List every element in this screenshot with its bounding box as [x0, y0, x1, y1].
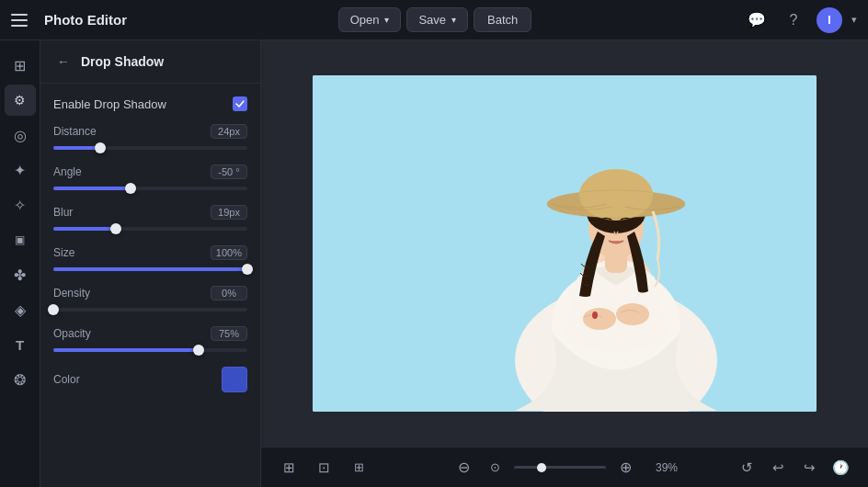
distance-label: Distance — [53, 125, 97, 138]
blur-slider-thumb[interactable] — [110, 223, 121, 234]
zoom-slider-thumb[interactable] — [537, 463, 546, 472]
stamp-icon: ❂ — [14, 371, 26, 389]
sidebar-item-effects[interactable]: ◈ — [5, 294, 36, 325]
magic-icon: ✧ — [14, 197, 26, 214]
canvas-image — [313, 75, 817, 412]
layers-icon: ⊞ — [14, 57, 26, 74]
angle-slider-thumb[interactable] — [125, 183, 136, 194]
open-chevron-icon: ▾ — [384, 15, 389, 25]
chat-icon-btn[interactable]: 💬 — [743, 6, 771, 34]
sidebar-item-eye[interactable]: ◎ — [5, 119, 36, 151]
blur-slider-track[interactable] — [53, 227, 247, 231]
density-value[interactable]: 0% — [211, 286, 247, 300]
objects-icon: ✤ — [14, 266, 26, 284]
canvas-area: ⊞ ⊡ ⊞ ⊖ ⊙ ⊕ — [261, 40, 868, 487]
redo-icon-btn[interactable]: ↪ — [796, 455, 822, 481]
color-row: Color — [53, 367, 247, 392]
open-button[interactable]: Open ▾ — [338, 7, 402, 32]
blur-slider-header: Blur 19px — [53, 205, 247, 220]
adjust-icon: ⚙ — [14, 93, 26, 108]
zoom-in-button[interactable]: ⊕ — [613, 456, 637, 480]
save-button[interactable]: Save ▾ — [406, 7, 468, 32]
svg-point-9 — [579, 169, 653, 221]
undo-icon: ↩ — [772, 459, 784, 476]
distance-slider-header: Distance 24px — [53, 124, 247, 139]
zoom-in-icon: ⊕ — [620, 459, 632, 476]
enable-drop-shadow-checkbox[interactable] — [233, 96, 247, 111]
topbar: Photo Editor Open ▾ Save ▾ Batch 💬 ? I ▾ — [0, 0, 868, 40]
avatar-chevron-icon[interactable]: ▾ — [851, 14, 857, 26]
panel-title: Drop Shadow — [81, 54, 164, 69]
bottombar: ⊞ ⊡ ⊞ ⊖ ⊙ ⊕ — [261, 447, 868, 487]
crop-icon-btn[interactable]: ⊡ — [311, 455, 337, 481]
sidebar-item-layers[interactable]: ⊞ — [5, 50, 36, 81]
topbar-center: Open ▾ Save ▾ Batch — [138, 7, 732, 32]
batch-button[interactable]: Batch — [474, 7, 531, 32]
zoom-pin-button[interactable]: ⊙ — [483, 456, 507, 480]
size-slider-fill — [53, 267, 247, 271]
sidebar-item-text[interactable]: T — [5, 329, 36, 360]
history-icon: 🕐 — [832, 459, 850, 476]
back-button[interactable]: ← — [53, 51, 74, 72]
sidebar-item-stamp[interactable]: ❂ — [5, 364, 36, 395]
size-slider-track[interactable] — [53, 267, 247, 271]
size-slider-thumb[interactable] — [242, 264, 253, 275]
distance-slider-track[interactable] — [53, 146, 247, 150]
undo-icon-btn[interactable]: ↩ — [765, 455, 791, 481]
menu-icon[interactable] — [11, 7, 37, 33]
redo-icon: ↪ — [804, 459, 816, 476]
canvas-workspace[interactable] — [261, 40, 868, 447]
effects-icon: ◈ — [15, 301, 26, 319]
distance-slider-thumb[interactable] — [95, 142, 106, 153]
save-label: Save — [418, 13, 446, 27]
density-slider-header: Density 0% — [53, 286, 247, 300]
blur-slider-fill — [53, 227, 116, 231]
blur-value[interactable]: 19px — [211, 205, 247, 220]
density-label: Density — [53, 287, 90, 300]
angle-slider-header: Angle -50 ° — [53, 164, 247, 179]
svg-point-11 — [602, 223, 610, 229]
density-slider-thumb[interactable] — [48, 304, 59, 315]
angle-slider-track[interactable] — [53, 187, 247, 190]
color-label: Color — [53, 373, 80, 386]
color-swatch[interactable] — [222, 367, 247, 392]
layers-bottom-icon-btn[interactable]: ⊞ — [276, 455, 302, 481]
topbar-left: Photo Editor — [11, 7, 127, 33]
save-chevron-icon: ▾ — [451, 15, 456, 25]
opacity-slider-thumb[interactable] — [193, 345, 204, 356]
sidebar-item-image[interactable]: ▣ — [5, 224, 36, 255]
distance-value[interactable]: 24px — [211, 124, 247, 139]
bottom-right: ↺ ↩ ↪ 🕐 — [734, 455, 853, 481]
avatar[interactable]: I — [817, 7, 842, 33]
history-icon-btn[interactable]: 🕐 — [828, 455, 853, 481]
sidebar-item-adjust[interactable]: ⚙ — [5, 85, 36, 116]
size-value[interactable]: 100% — [211, 245, 247, 260]
opacity-value[interactable]: 75% — [211, 326, 247, 341]
angle-slider-fill — [53, 187, 131, 190]
panel-header: ← Drop Shadow — [40, 40, 260, 84]
help-icon-btn[interactable]: ? — [780, 6, 807, 34]
zoom-pin-icon: ⊙ — [490, 460, 500, 474]
text-icon: T — [16, 337, 24, 353]
size-slider-header: Size 100% — [53, 245, 247, 260]
sidebar-item-magic[interactable]: ✧ — [5, 189, 36, 221]
angle-value[interactable]: -50 ° — [211, 164, 247, 179]
zoom-value: 39% — [645, 461, 678, 474]
layers-bottom-icon: ⊞ — [283, 459, 295, 476]
main-area: ⊞ ⚙ ◎ ✦ ✧ ▣ ✤ ◈ T ❂ ← Drop Shadow Enable… — [0, 40, 868, 487]
sidebar-item-paint[interactable]: ✦ — [5, 154, 36, 186]
svg-point-12 — [622, 223, 630, 229]
refresh-icon: ↺ — [741, 459, 753, 476]
svg-point-14 — [616, 303, 649, 325]
distance-slider-fill — [53, 146, 100, 150]
zoom-slider[interactable] — [514, 466, 606, 469]
eye-icon: ◎ — [14, 127, 27, 144]
opacity-slider-track[interactable] — [53, 348, 247, 352]
density-slider-track[interactable] — [53, 308, 247, 311]
svg-point-15 — [592, 311, 598, 319]
sidebar-item-objects[interactable]: ✤ — [5, 259, 36, 290]
grid-icon-btn[interactable]: ⊞ — [346, 455, 371, 481]
crop-icon: ⊡ — [318, 459, 330, 476]
zoom-out-button[interactable]: ⊖ — [451, 456, 475, 480]
refresh-icon-btn[interactable]: ↺ — [734, 455, 760, 481]
